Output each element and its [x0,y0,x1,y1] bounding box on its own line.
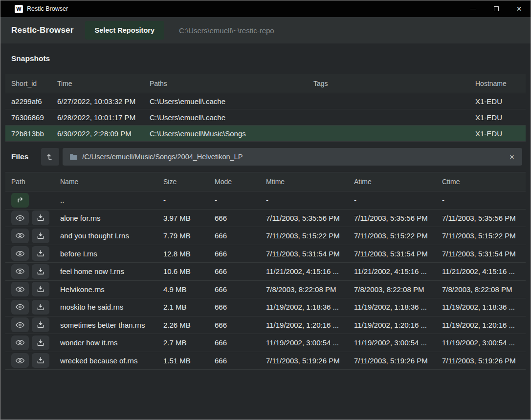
file-atime: - [348,196,436,204]
file-mtime: 7/11/2003, 5:31:54 PM [260,250,348,258]
snapshot-paths: C:\Users\emuell\.cache [144,113,308,122]
column-header-tags: Tags [308,80,469,87]
clear-path-button[interactable]: × [509,153,515,161]
download-button[interactable] [32,336,49,350]
download-button[interactable] [32,246,49,261]
preview-button[interactable] [11,210,29,225]
file-mode: 666 [209,231,260,240]
maximize-icon [494,6,499,11]
download-button[interactable] [32,264,49,279]
file-mode: 666 [209,250,260,258]
files-table-header: Path Name Size Mode Mtime Atime Ctime [5,172,526,191]
file-size: - [157,196,209,204]
snapshot-time: 6/28/2022, 10:01:17 PM [51,113,144,122]
preview-button[interactable] [11,300,29,315]
file-row: and you thought I.rns 7.79 MB 666 7/11/2… [5,227,526,245]
snapshot-row[interactable]: a2299af6 6/27/2022, 10:03:32 PM C:\Users… [5,93,526,109]
file-name: feel home now !.rns [54,267,157,275]
file-size: 10.6 MB [157,267,209,275]
file-mtime: 11/19/2002, 1:20:16 ... [260,321,348,329]
file-mode: 666 [209,303,260,311]
snapshots-table-header: Short_id Time Paths Tags Hostname [5,74,526,93]
download-button[interactable] [32,229,49,243]
preview-button[interactable] [11,246,29,261]
file-row: Helvikone.rns 4.9 MB 666 7/8/2003, 8:22:… [5,281,526,299]
eye-icon [15,285,25,294]
preview-button[interactable] [11,229,29,243]
repository-path: C:\Users\emuell\~\restic-repo [179,26,274,35]
download-button[interactable] [32,317,49,332]
file-mtime: - [260,196,348,204]
download-button[interactable] [32,282,49,296]
file-mtime: 7/11/2003, 5:15:22 PM [260,231,348,240]
file-mode: 666 [209,267,260,275]
file-mtime: 7/8/2003, 8:22:08 PM [260,285,348,294]
snapshots-table: Short_id Time Paths Tags Hostname a2299a… [5,74,526,142]
parent-arrow-icon [16,195,25,205]
file-ctime: 7/11/2003, 5:31:54 PM [436,250,526,258]
preview-button[interactable] [11,317,29,332]
snapshot-time: 6/30/2022, 2:28:09 PM [51,129,144,138]
folder-icon [69,153,78,161]
preview-button[interactable] [11,336,29,350]
app-icon: W [15,5,23,13]
snapshot-row-selected[interactable]: 72b813bb 6/30/2022, 2:28:09 PM C:\Users\… [5,126,526,142]
minimize-button[interactable] [462,0,485,17]
preview-button[interactable] [11,264,29,279]
download-button[interactable] [32,300,49,315]
file-ctime: - [436,196,526,204]
maximize-button[interactable] [485,0,508,17]
file-name: before I.rns [54,250,157,258]
file-atime: 7/8/2003, 8:22:08 PM [348,285,436,294]
parent-directory-row: .. - - - - - [5,191,526,210]
file-row: before I.rns 12.8 MB 666 7/11/2003, 5:31… [5,245,526,263]
file-ctime: 11/19/2002, 1:20:16 ... [436,321,526,329]
parent-directory-button[interactable] [11,193,29,208]
select-repository-button[interactable]: Select Repository [85,21,165,40]
go-to-root-button[interactable] [41,148,59,166]
window-title: Restic Browser [27,5,68,12]
file-ctime: 7/11/2003, 5:15:22 PM [436,231,526,240]
snapshot-paths: C:\Users\emuell\.cache [144,97,308,105]
preview-button[interactable] [11,353,29,368]
column-header-path: Path [5,178,54,186]
file-size: 2.1 MB [157,303,209,311]
file-atime: 7/11/2003, 5:19:26 PM [348,357,436,365]
download-icon [36,303,45,312]
files-table: Path Name Size Mode Mtime Atime Ctime ..… [5,172,526,370]
file-name: alone for.rns [54,214,157,222]
eye-icon [15,214,25,222]
column-header-ctime: Ctime [436,178,526,186]
file-atime: 11/19/2002, 1:20:16 ... [348,321,436,329]
download-button[interactable] [32,353,49,368]
file-ctime: 7/11/2003, 5:19:26 PM [436,357,526,365]
minimize-icon [470,9,476,9]
file-size: 7.79 MB [157,231,209,240]
download-button[interactable] [32,210,49,225]
file-mtime: 11/19/2002, 1:18:36 ... [260,303,348,311]
file-atime: 7/11/2003, 5:31:54 PM [348,250,436,258]
snapshot-time: 6/27/2022, 10:03:32 PM [51,97,144,105]
snapshot-hostname: X1-EDU [469,97,526,105]
file-name: Helvikone.rns [54,285,157,294]
download-icon [36,213,45,222]
file-atime: 7/11/2003, 5:35:56 PM [348,214,436,222]
file-name: moskito he said.rns [54,303,157,311]
snapshot-row[interactable]: 76306869 6/28/2022, 10:01:17 PM C:\Users… [5,109,526,126]
snapshot-short-id: a2299af6 [5,97,51,105]
download-icon [36,338,45,347]
current-path-bar[interactable]: /C/Users/emuell/Music/Songs/2004_Helveti… [63,148,522,166]
restic-browser-window: W Restic Browser ✕ Restic-Browser Select… [0,0,531,420]
eye-icon [15,357,25,365]
download-icon [36,320,45,329]
file-size: 3.97 MB [157,214,209,222]
file-row: moskito he said.rns 2.1 MB 666 11/19/200… [5,298,526,316]
level-up-icon [45,152,55,162]
page-title: Restic-Browser [11,25,74,35]
preview-button[interactable] [11,282,29,296]
eye-icon [15,231,25,240]
close-button[interactable]: ✕ [508,0,531,17]
eye-icon [15,250,25,258]
titlebar[interactable]: W Restic Browser ✕ [0,0,531,17]
file-row: alone for.rns 3.97 MB 666 7/11/2003, 5:3… [5,210,526,228]
